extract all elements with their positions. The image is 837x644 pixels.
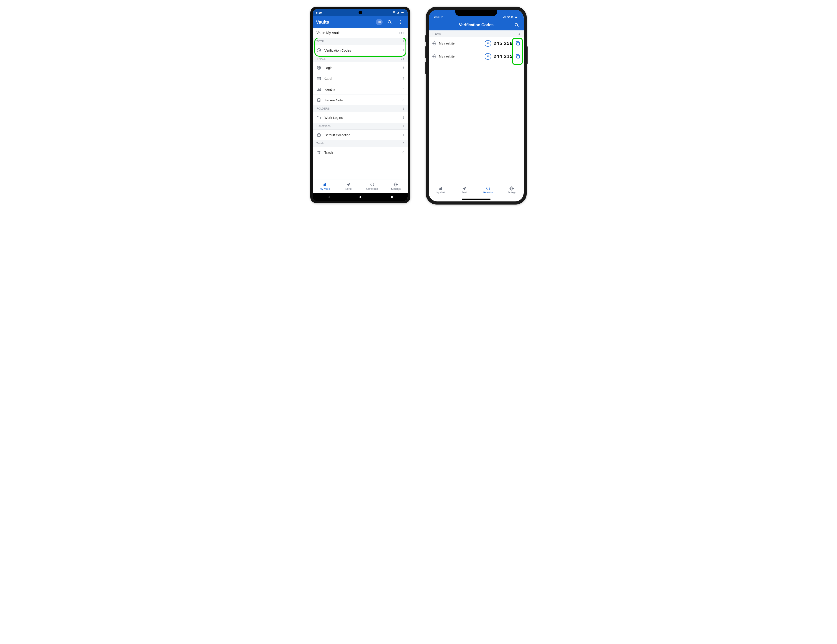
- row-label: Trash: [324, 151, 399, 154]
- totp-item-row[interactable]: My vault item 30 245 256: [429, 37, 524, 50]
- clock-icon: [317, 48, 321, 53]
- row-label: Secure Note: [324, 98, 399, 102]
- collection-icon: [317, 133, 321, 137]
- side-button: [425, 35, 426, 42]
- tab-generator[interactable]: Generator: [476, 183, 500, 197]
- section-label: Collections: [317, 125, 331, 128]
- copy-button[interactable]: [515, 41, 520, 46]
- refresh-icon: [370, 182, 375, 187]
- card-icon: [317, 76, 321, 81]
- row-label: Work Logins: [324, 116, 399, 120]
- nav-home-icon[interactable]: [359, 196, 362, 199]
- section-header: TOTP1: [313, 38, 408, 45]
- iphone-device-frame: 7:18 5G E Verification Codes ITEMS 2: [426, 7, 527, 205]
- section-label: FOLDERS: [317, 107, 330, 110]
- svg-rect-29: [505, 16, 505, 18]
- item-label: My vault item: [439, 55, 483, 58]
- section-count: 16: [401, 57, 404, 61]
- tab-label: My Vault: [320, 187, 330, 191]
- status-time: 7:18: [434, 15, 440, 18]
- tab-label: Settings: [391, 187, 400, 191]
- list-row[interactable]: Identity6: [313, 84, 408, 95]
- tab-settings[interactable]: Settings: [500, 183, 524, 197]
- gear-icon: [393, 182, 398, 187]
- battery-icon: [400, 11, 405, 14]
- list-row[interactable]: Default Collection1: [313, 129, 408, 140]
- id-icon: [317, 87, 321, 92]
- notch: [455, 10, 497, 16]
- row-count: 6: [402, 87, 404, 91]
- row-count: 3: [402, 98, 404, 102]
- more-button[interactable]: [397, 18, 405, 26]
- section-count: 2: [519, 32, 520, 35]
- copy-icon: [515, 41, 520, 46]
- totp-code: 245 256: [494, 41, 513, 46]
- list-row[interactable]: Verification Codes1: [313, 45, 408, 56]
- section-label: Trash: [317, 142, 324, 145]
- folder-icon: [317, 115, 321, 120]
- copy-button[interactable]: [515, 54, 520, 59]
- row-label: Login: [324, 66, 399, 70]
- nav-recent-icon[interactable]: [390, 196, 393, 199]
- send-icon: [346, 182, 351, 187]
- section-header: FOLDERS1: [313, 105, 408, 112]
- screen-title: Verification Codes: [459, 23, 494, 27]
- totp-code: 244 215: [494, 54, 513, 59]
- tab-settings[interactable]: Settings: [384, 179, 408, 193]
- tab-generator[interactable]: Generator: [360, 179, 384, 193]
- section-header: Collections1: [313, 123, 408, 129]
- account-avatar[interactable]: JD: [376, 19, 382, 25]
- lock-icon: [322, 182, 327, 187]
- more-vertical-icon: [398, 20, 403, 25]
- globe-icon: [317, 65, 321, 70]
- side-button: [425, 46, 426, 58]
- list-row[interactable]: Secure Note3: [313, 95, 408, 105]
- tab-send[interactable]: Send: [453, 183, 476, 197]
- tab-my-vault[interactable]: My Vault: [429, 183, 453, 197]
- search-button[interactable]: [513, 21, 520, 29]
- tab-label: Generator: [483, 191, 493, 194]
- tab-label: Settings: [508, 191, 516, 194]
- side-button: [527, 46, 528, 64]
- android-nav-bar: [313, 193, 408, 201]
- refresh-icon: [486, 186, 491, 191]
- row-label: Card: [324, 77, 399, 80]
- note-icon: [317, 98, 321, 102]
- section-count: 1: [403, 40, 404, 43]
- status-time: 5:20: [316, 11, 322, 14]
- vault-selector[interactable]: Vault: My Vault •••: [313, 28, 408, 38]
- svg-rect-27: [504, 17, 504, 18]
- send-icon: [462, 186, 467, 191]
- search-icon: [387, 20, 392, 25]
- list-row[interactable]: Card4: [313, 73, 408, 84]
- row-count: 3: [402, 66, 404, 69]
- row-count: 0: [402, 151, 404, 154]
- tab-send[interactable]: Send: [337, 179, 361, 193]
- list-row[interactable]: Work Logins1: [313, 112, 408, 123]
- search-button[interactable]: [386, 18, 394, 26]
- nav-back-icon[interactable]: [327, 196, 330, 199]
- wifi-icon: [392, 11, 396, 14]
- vault-selector-label: Vault: My Vault: [317, 31, 340, 35]
- section-label: TOTP: [317, 40, 324, 43]
- row-count: 1: [402, 48, 404, 52]
- list-row[interactable]: Trash0: [313, 147, 408, 158]
- signal-icon: [397, 11, 400, 14]
- network-label: 5G E: [507, 16, 513, 18]
- row-label: Verification Codes: [324, 48, 399, 52]
- item-label: My vault item: [439, 42, 483, 45]
- section-header: TYPES16: [313, 56, 408, 62]
- tab-label: Generator: [366, 187, 378, 191]
- svg-point-24: [359, 196, 361, 198]
- totp-item-row[interactable]: My vault item 30 244 215: [429, 50, 524, 63]
- home-indicator[interactable]: [429, 197, 524, 202]
- list-row[interactable]: Login3: [313, 62, 408, 73]
- section-label: ITEMS: [432, 32, 441, 35]
- svg-rect-28: [504, 16, 505, 18]
- battery-icon: [514, 16, 519, 18]
- tab-my-vault[interactable]: My Vault: [313, 179, 337, 193]
- gear-icon: [509, 186, 514, 191]
- globe-icon: [432, 54, 437, 59]
- location-icon: [440, 16, 443, 18]
- section-count: 1: [403, 107, 404, 110]
